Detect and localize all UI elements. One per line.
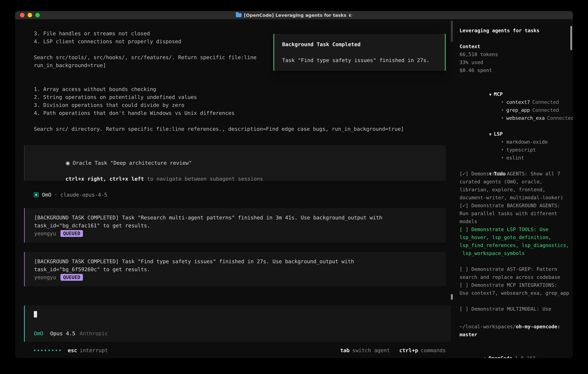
app-version: •OpenCode1.0.163 <box>460 346 536 354</box>
context-stat: 33% used <box>460 58 569 66</box>
agent-model: claude-opus-4-5 <box>60 191 107 199</box>
context-stats: 66,518 tokens 33% used $0.46 spent <box>460 51 569 74</box>
tab-label: switch agent <box>352 346 390 354</box>
message-author: yeongyu <box>34 229 56 238</box>
terminal-line: 2. String operations on potentially unde… <box>15 93 454 101</box>
separator-dot: · <box>54 191 57 199</box>
commands-hint: ctrl+p commands <box>399 346 446 354</box>
tool-call-line: ⚙call_omo_agent [subagent_type=explore, … <box>15 77 454 85</box>
background-task-message: [BACKGROUND TASK COMPLETED] Task "Find t… <box>24 252 446 286</box>
context-stat: $0.46 spent <box>460 66 569 74</box>
scrollbar-thumb[interactable] <box>451 294 453 300</box>
terminal-pane[interactable]: 3. File handles or streams not closed 4.… <box>15 19 454 358</box>
prompt-input[interactable]: OmO Opus 4.5 Anthropic <box>24 306 451 342</box>
todo-text: [✓] Demonstrate BACKGROUND AGENTS: Run p… <box>460 203 560 224</box>
bullet-icon: • <box>501 155 504 161</box>
todo-item: [ ] Demonstrate MULTIMODAL: Use <box>460 305 569 313</box>
bullet-icon: • <box>501 147 504 153</box>
message-list: [BACKGROUND TASK COMPLETED] Task "Resear… <box>15 208 454 286</box>
agent-square-icon <box>34 193 39 197</box>
toast-body: Task "Find type safety issues" finished … <box>282 56 437 64</box>
window-title: [OpenCode] Leveraging agents for tasks ◐ <box>236 13 352 18</box>
context-heading: Context <box>460 43 480 49</box>
todo-item: [ ] Demonstrate LSP TOOLS: Use lsp_hover… <box>460 226 569 257</box>
mcp-heading: MCP <box>494 91 503 97</box>
input-provider-name: Anthropic <box>80 330 108 337</box>
todo-list: [✓] Demonstrate AGENTS: Show all 7 curat… <box>460 170 569 313</box>
bullet-icon: • <box>501 139 504 145</box>
terminal-line: Search src/ directory. Return specific f… <box>15 125 454 133</box>
todo-item: [ ] Demonstrate AST-GREP: Pattern search… <box>460 265 569 281</box>
bullet-icon: • <box>501 99 504 105</box>
mcp-status: Connected <box>532 99 559 105</box>
window-title-text: [OpenCode] Leveraging agents for tasks <box>244 13 346 18</box>
shortcut-hint: to navigate between subagent sessions <box>144 176 263 182</box>
shortcut-keys: ctrl+x right, ctrl+x left <box>65 176 144 182</box>
zoom-button[interactable] <box>35 13 40 17</box>
todo-item: [✓] Demonstrate BACKGROUND AGENTS: Run p… <box>460 202 569 226</box>
mcp-name: websearch_exa <box>506 115 545 121</box>
app-version-number: 1.0.163 <box>515 355 536 358</box>
minimize-button[interactable] <box>28 13 32 17</box>
text-cursor <box>34 311 37 317</box>
mcp-section: ▼MCP •context7Connected •grep_appConnect… <box>460 82 569 114</box>
workspace-branch: master <box>460 331 569 339</box>
mcp-name: context7 <box>506 99 530 105</box>
record-icon: ◉ <box>65 160 70 166</box>
tab-hint: tab switch agent <box>340 346 390 354</box>
close-button[interactable] <box>20 13 24 17</box>
bullet-icon: • <box>501 107 504 113</box>
background-task-message: [BACKGROUND TASK COMPLETED] Task "Resear… <box>24 208 446 242</box>
context-section: Context 66,518 tokens 33% used $0.46 spe… <box>460 42 569 74</box>
message-author: yeongyu <box>34 273 56 281</box>
message-text-line: [BACKGROUND TASK COMPLETED] Task "Find t… <box>34 258 440 265</box>
lsp-name: typescript <box>506 147 536 153</box>
message-meta-row: yeongyu QUEUED <box>34 273 440 281</box>
todo-text: [ ] Demonstrate AST-GREP: Pattern search… <box>460 266 560 280</box>
chevron-down-icon: ▼ <box>489 132 492 136</box>
esc-label: interrupt <box>80 346 108 354</box>
tab-key: tab <box>340 346 350 354</box>
terminal-line: 4. Path operations that don't handle Win… <box>15 109 454 117</box>
prompt-block: 1. Array access without bounds checking … <box>15 85 454 133</box>
folder-icon <box>236 13 242 17</box>
bullet-icon: • <box>501 115 504 121</box>
half-moon-icon: ◐ <box>349 13 352 18</box>
oracle-task-title: Oracle Task "Deep architecture review" <box>73 160 192 166</box>
ctrlp-label: commands <box>421 346 446 354</box>
scrollbar-thumb[interactable] <box>570 26 572 50</box>
status-bar: esc interrupt tab switch agent ctrl+p co… <box>34 346 446 354</box>
traffic-lights <box>20 11 40 19</box>
input-model-name: Opus 4.5 <box>50 330 75 337</box>
lsp-name: eslint <box>506 155 524 161</box>
workspace-path: ~/local-workspaces/oh-my-opencode: maste… <box>460 323 569 339</box>
todo-text: [ ] Demonstrate MULTIMODAL: Use <box>460 306 551 312</box>
session-sidebar: Leveraging agents for tasks Context 66,5… <box>454 19 573 358</box>
todo-section: ▼Todo [✓] Demonstrate AGENTS: Show all 7… <box>460 162 569 313</box>
background-task-toast: Background Task Completed Task "Find typ… <box>273 34 446 71</box>
mcp-name: grep_app <box>506 107 530 113</box>
agent-header: OmO · claude-opus-4-5 <box>34 191 454 199</box>
status-badge: QUEUED <box>61 274 83 281</box>
scrollbar-thumb[interactable] <box>451 21 453 42</box>
message-meta-row: yeongyu QUEUED <box>34 229 440 238</box>
lsp-heading: LSP <box>494 131 503 137</box>
todo-item: [✓] Demonstrate AGENTS: Show all 7 curat… <box>460 170 569 202</box>
session-title: Leveraging agents for tasks <box>460 27 569 35</box>
context-stat: 66,518 tokens <box>460 51 569 58</box>
titlebar[interactable]: [OpenCode] Leveraging agents for tasks ◐ <box>15 11 573 19</box>
mcp-status: Connected <box>532 107 559 113</box>
mcp-status: Connected <box>547 115 573 121</box>
app-name: OpenCode <box>488 355 512 358</box>
app-window: [OpenCode] Leveraging agents for tasks ◐… <box>15 11 573 358</box>
todo-text: [ ] Demonstrate LSP TOOLS: Use lsp_hover… <box>460 227 569 256</box>
esc-key: esc <box>68 346 77 354</box>
message-text-line: [BACKGROUND TASK COMPLETED] Task "Resear… <box>34 214 440 222</box>
input-agent-name: OmO <box>34 330 43 337</box>
terminal-line <box>15 117 454 125</box>
agent-name: OmO <box>42 191 51 199</box>
toast-title: Background Task Completed <box>282 40 437 48</box>
input-meta-row: OmO Opus 4.5 Anthropic <box>34 330 445 337</box>
message-text-line: task_id="bg_6f59260c" to get results. <box>34 265 440 273</box>
workspace-repo: oh-my-opencode: <box>516 324 560 330</box>
